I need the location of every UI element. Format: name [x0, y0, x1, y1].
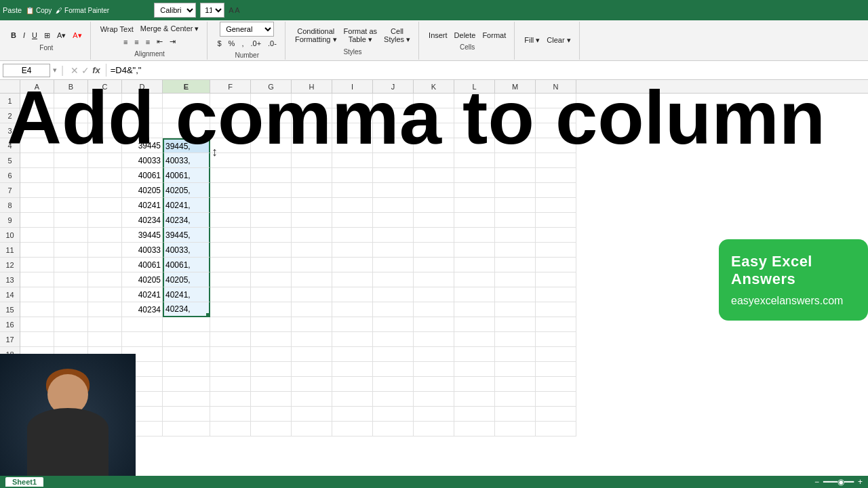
cell-K15[interactable] [414, 302, 454, 317]
cell-N1[interactable] [536, 94, 576, 108]
cell-E22[interactable] [163, 407, 210, 422]
align-left-button[interactable]: ≡ [121, 37, 130, 47]
cell-J16[interactable] [373, 317, 414, 332]
cell-C6[interactable] [88, 168, 122, 183]
cell-M15[interactable] [495, 302, 536, 317]
cell-I19[interactable] [332, 362, 373, 377]
cell-F6[interactable] [210, 168, 251, 183]
cell-I21[interactable] [332, 392, 373, 407]
cell-L5[interactable] [454, 153, 495, 168]
cell-B17[interactable] [54, 332, 88, 347]
cell-C3[interactable] [88, 123, 122, 138]
cell-B15[interactable] [54, 302, 88, 317]
cell-B16[interactable] [54, 317, 88, 332]
cell-H13[interactable] [292, 272, 332, 287]
cell-C4[interactable] [88, 138, 122, 153]
cell-I20[interactable] [332, 377, 373, 392]
cell-E12[interactable]: 40061, [163, 258, 210, 272]
cell-D9[interactable]: 40234 [122, 213, 163, 228]
cell-A10[interactable] [20, 228, 54, 243]
cell-F13[interactable] [210, 272, 251, 287]
insert-button[interactable]: Insert [426, 30, 450, 41]
cell-F9[interactable] [210, 213, 251, 228]
cell-F15[interactable] [210, 302, 251, 317]
expand-ref-button[interactable]: ▾ [53, 66, 57, 75]
percent-button[interactable]: % [226, 38, 238, 49]
cell-N12[interactable] [536, 258, 576, 272]
cell-H18[interactable] [292, 347, 332, 362]
cell-L6[interactable] [454, 168, 495, 183]
cell-K1[interactable] [414, 94, 454, 108]
cell-H9[interactable] [292, 213, 332, 228]
cell-I23[interactable] [332, 422, 373, 436]
cell-J19[interactable] [373, 362, 414, 377]
cell-H14[interactable] [292, 287, 332, 302]
cell-I7[interactable] [332, 183, 373, 198]
cell-N21[interactable] [536, 392, 576, 407]
cell-F10[interactable] [210, 228, 251, 243]
cell-E14[interactable]: 40241, [163, 287, 210, 302]
cell-B5[interactable] [54, 153, 88, 168]
cell-I22[interactable] [332, 407, 373, 422]
cell-H7[interactable] [292, 183, 332, 198]
cell-F12[interactable] [210, 258, 251, 272]
cell-H21[interactable] [292, 392, 332, 407]
cell-N18[interactable] [536, 347, 576, 362]
cell-L1[interactable] [454, 94, 495, 108]
cell-C17[interactable] [88, 332, 122, 347]
cell-A11[interactable] [20, 243, 54, 258]
cell-B11[interactable] [54, 243, 88, 258]
cell-A4[interactable] [20, 138, 54, 153]
cell-J15[interactable] [373, 302, 414, 317]
cell-L14[interactable] [454, 287, 495, 302]
cell-B13[interactable] [54, 272, 88, 287]
cell-N7[interactable] [536, 183, 576, 198]
cell-E21[interactable] [163, 392, 210, 407]
cell-H5[interactable] [292, 153, 332, 168]
cell-C11[interactable] [88, 243, 122, 258]
cell-G23[interactable] [251, 422, 292, 436]
cell-G13[interactable] [251, 272, 292, 287]
zoom-out-icon[interactable]: − [814, 477, 819, 487]
cell-K9[interactable] [414, 213, 454, 228]
font-size-select[interactable]: 11 [200, 3, 224, 18]
font-color-button[interactable]: A▾ [70, 30, 84, 41]
cell-J8[interactable] [373, 198, 414, 213]
cell-K16[interactable] [414, 317, 454, 332]
cell-N6[interactable] [536, 168, 576, 183]
cell-D12[interactable]: 40061 [122, 258, 163, 272]
cell-D15[interactable]: 40234 [122, 302, 163, 317]
cell-G9[interactable] [251, 213, 292, 228]
cell-L7[interactable] [454, 183, 495, 198]
cell-M22[interactable] [495, 407, 536, 422]
cell-F8[interactable] [210, 198, 251, 213]
cell-E13[interactable]: 40205, [163, 272, 210, 287]
cell-D4[interactable]: 39445 [122, 138, 163, 153]
cell-D2[interactable] [122, 108, 163, 123]
col-header-c[interactable]: C [88, 80, 122, 93]
cell-L12[interactable] [454, 258, 495, 272]
cell-E17[interactable] [163, 332, 210, 347]
cell-N15[interactable] [536, 302, 576, 317]
cell-N2[interactable] [536, 108, 576, 123]
merge-center-button[interactable]: Merge & Center ▾ [138, 23, 202, 35]
cell-J13[interactable] [373, 272, 414, 287]
cell-E1[interactable] [163, 94, 210, 108]
cell-D7[interactable]: 40205 [122, 183, 163, 198]
cell-L4[interactable] [454, 138, 495, 153]
cell-J14[interactable] [373, 287, 414, 302]
cell-I1[interactable] [332, 94, 373, 108]
cell-M5[interactable] [495, 153, 536, 168]
cell-J1[interactable] [373, 94, 414, 108]
cell-F19[interactable] [210, 362, 251, 377]
cell-H15[interactable] [292, 302, 332, 317]
zoom-in-icon[interactable]: + [858, 477, 863, 487]
cell-L17[interactable] [454, 332, 495, 347]
cell-I9[interactable] [332, 213, 373, 228]
cell-E15[interactable]: 40234, [163, 302, 210, 317]
cell-J5[interactable] [373, 153, 414, 168]
cell-B6[interactable] [54, 168, 88, 183]
cell-J9[interactable] [373, 213, 414, 228]
cell-E10[interactable]: 39445, [163, 228, 210, 243]
cell-H4[interactable] [292, 138, 332, 153]
